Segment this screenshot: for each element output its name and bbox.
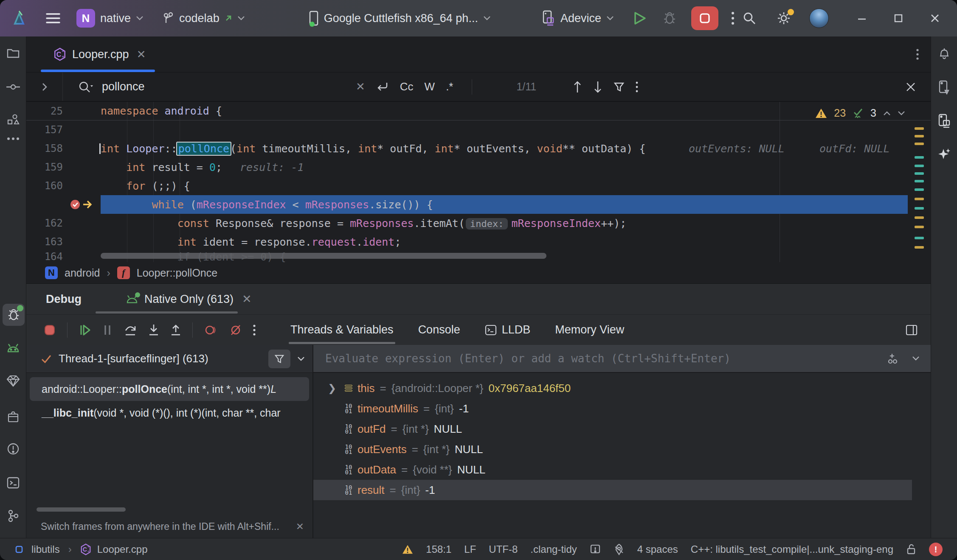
- inspection-widget[interactable]: 23 3: [811, 106, 909, 120]
- error-notification-badge[interactable]: !: [929, 543, 943, 556]
- variable-row[interactable]: 1001outEvents={int *}NULL: [313, 439, 912, 459]
- lock-icon[interactable]: [906, 543, 916, 555]
- settings-icon[interactable]: [776, 11, 791, 26]
- project-selector[interactable]: N native: [76, 9, 144, 28]
- step-out-icon[interactable]: [170, 324, 181, 336]
- analysis-mark[interactable]: [915, 180, 924, 182]
- run-button[interactable]: [633, 11, 646, 25]
- step-over-icon[interactable]: [124, 324, 137, 336]
- notifications-icon[interactable]: [936, 45, 953, 62]
- newline-icon[interactable]: [376, 81, 389, 93]
- code-line-163[interactable]: 163 int ident = response.request.ident;: [26, 232, 931, 251]
- debug-more-icon[interactable]: [253, 324, 256, 336]
- close-button[interactable]: [930, 13, 940, 23]
- layout-settings-icon[interactable]: [905, 324, 918, 336]
- status-module[interactable]: libutils: [31, 543, 60, 555]
- git-icon[interactable]: [5, 507, 22, 524]
- app-quality-insights-icon[interactable]: [5, 372, 22, 389]
- thread-selector[interactable]: Thread-1-[surfaceflinger] (613): [26, 345, 312, 373]
- status-line-ending[interactable]: LF: [464, 543, 476, 555]
- analysis-mark[interactable]: [915, 198, 924, 200]
- code-line-25[interactable]: 25namespace android {: [26, 102, 931, 120]
- variable-row[interactable]: 1001timeoutMillis={int}-1: [313, 398, 912, 419]
- frames-filter-button[interactable]: [268, 350, 290, 368]
- view-breakpoints-icon[interactable]: [204, 324, 218, 336]
- tab-close-icon[interactable]: ✕: [137, 48, 146, 61]
- banner-close-icon[interactable]: ✕: [296, 521, 304, 532]
- breadcrumb-function[interactable]: Looper::pollOnce: [137, 267, 217, 279]
- gemini-icon[interactable]: [936, 146, 953, 163]
- structure-icon[interactable]: [5, 111, 22, 128]
- variable-row[interactable]: ❯this={android::Looper *}0x7967aa146f50: [313, 378, 912, 398]
- frame-row[interactable]: __libc_init(void *, void (*)(), int (*)(…: [30, 401, 309, 425]
- analysis-mark[interactable]: [915, 237, 924, 239]
- logcat-icon[interactable]: [5, 339, 22, 356]
- step-into-icon[interactable]: [148, 324, 159, 336]
- thread-dropdown-icon[interactable]: [297, 356, 305, 361]
- app-inspection-icon[interactable]: [5, 409, 22, 426]
- status-toolchain[interactable]: C++: libutils_test_compile|...unk_stagin…: [691, 543, 893, 555]
- words-toggle[interactable]: W: [425, 80, 435, 93]
- analysis-marks[interactable]: [915, 102, 926, 262]
- pause-icon[interactable]: [102, 324, 113, 336]
- code-line-158[interactable]: outEvents: NULLoutFd: NULL158int Looper:…: [26, 139, 931, 158]
- search-input[interactable]: [101, 80, 356, 94]
- avatar[interactable]: [809, 8, 829, 28]
- more-actions-icon[interactable]: [731, 11, 735, 25]
- mirror-selector[interactable]: Adevice: [542, 10, 614, 26]
- branch-selector[interactable]: codelab: [162, 12, 245, 25]
- close-search-icon[interactable]: [905, 81, 916, 92]
- tab-looper-cpp[interactable]: C++ Looper.cpp ✕: [41, 36, 155, 72]
- frames-scrollbar[interactable]: [37, 507, 126, 512]
- evaluate-expand-icon[interactable]: [912, 356, 920, 361]
- stop-process-icon[interactable]: [43, 324, 56, 336]
- project-icon[interactable]: [5, 45, 22, 62]
- analysis-mark[interactable]: [915, 246, 924, 249]
- tab-console[interactable]: Console: [418, 315, 460, 345]
- session-close-icon[interactable]: ✕: [242, 292, 252, 306]
- main-menu-icon[interactable]: [46, 13, 60, 24]
- debug-button[interactable]: [662, 11, 677, 25]
- more-tools-icon[interactable]: [5, 130, 22, 147]
- expand-chevron-icon[interactable]: ❯: [324, 382, 340, 394]
- breadcrumb-namespace[interactable]: android: [65, 267, 100, 279]
- maximize-button[interactable]: [893, 13, 904, 23]
- tab-threads-variables[interactable]: Threads & Variables: [290, 315, 394, 345]
- analysis-mark[interactable]: [915, 172, 924, 175]
- status-indent[interactable]: 4 spaces: [637, 543, 678, 555]
- minimize-button[interactable]: [857, 13, 867, 23]
- running-devices-icon[interactable]: [936, 113, 953, 130]
- prev-problem-icon[interactable]: [883, 111, 891, 116]
- analysis-mark[interactable]: [915, 156, 924, 159]
- problems-icon[interactable]: [5, 440, 22, 457]
- variable-row[interactable]: 1001outData={void **}NULL: [313, 459, 912, 480]
- resume-icon[interactable]: [79, 324, 91, 336]
- tab-lldb[interactable]: LLDB: [485, 315, 531, 345]
- debug-title[interactable]: Debug: [46, 293, 82, 306]
- variable-row[interactable]: 1001result={int}-1: [313, 480, 912, 500]
- analysis-mark[interactable]: [915, 188, 924, 191]
- code-line-157[interactable]: 157: [26, 120, 931, 139]
- code-line-159[interactable]: 159 int result = 0;result: -1: [26, 158, 931, 176]
- status-warning-icon[interactable]: [402, 544, 413, 554]
- analysis-mark[interactable]: [915, 143, 924, 145]
- analysis-mark[interactable]: [915, 216, 924, 219]
- debugger-tool-icon[interactable]: [3, 304, 25, 326]
- frame-row[interactable]: android::Looper::pollOnce(int, int *, in…: [30, 377, 309, 401]
- find-expander-icon[interactable]: [26, 73, 63, 101]
- device-selector[interactable]: Google Cuttlefish x86_64 ph...: [309, 11, 491, 26]
- status-file[interactable]: Looper.cpp: [97, 543, 148, 555]
- search-everywhere-icon[interactable]: [742, 11, 757, 25]
- match-case-toggle[interactable]: Cc: [400, 80, 414, 93]
- code-line-162[interactable]: 162 const Response& response = mResponse…: [26, 214, 931, 232]
- evaluate-input[interactable]: [315, 352, 887, 365]
- next-match-icon[interactable]: [593, 81, 602, 93]
- code-line-160[interactable]: 160 for (;;) {: [26, 176, 931, 195]
- next-problem-icon[interactable]: [898, 111, 905, 116]
- analysis-mark[interactable]: [915, 127, 924, 130]
- highlighting-icon[interactable]: [614, 543, 625, 555]
- horizontal-scrollbar[interactable]: [101, 253, 546, 259]
- search-options-icon[interactable]: [636, 81, 638, 93]
- todo-icon[interactable]: [590, 544, 601, 555]
- gutter[interactable]: [63, 199, 101, 210]
